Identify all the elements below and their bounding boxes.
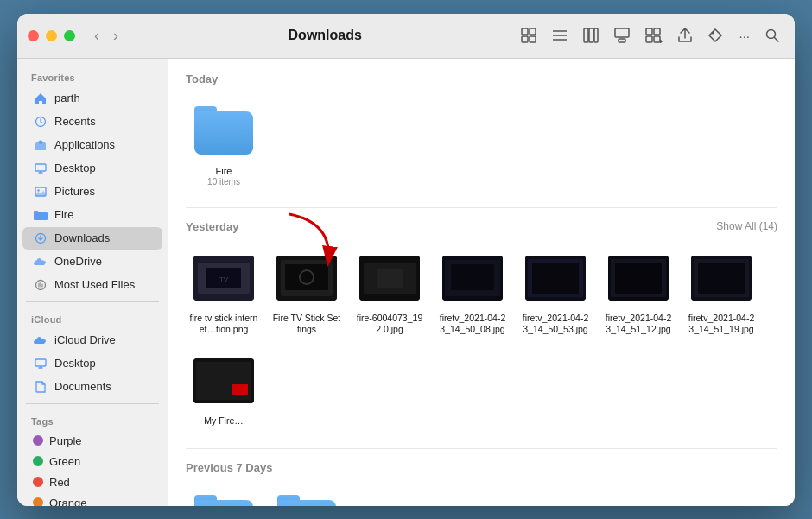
svg-point-21 bbox=[39, 141, 42, 144]
sidebar-label-downloads: Downloads bbox=[54, 231, 110, 244]
file-name-4: firetv_2021-04-2 3_14_50_08.jpg bbox=[438, 313, 507, 336]
show-all-yesterday-button[interactable]: Show All (14) bbox=[716, 220, 777, 232]
amazon-folder-shape bbox=[194, 495, 253, 506]
file-firetv-2021-3[interactable]: firetv_2021-04-2 3_14_51_12.jpg bbox=[600, 244, 676, 339]
amazon-folder-item[interactable]: Amazon 20 items bbox=[186, 484, 262, 506]
screenshots-folder-icon-area bbox=[276, 488, 338, 506]
tag-label-purple: Purple bbox=[49, 434, 82, 447]
nav-buttons: ‹ › bbox=[89, 25, 124, 47]
applications-icon bbox=[33, 137, 48, 153]
svg-rect-46 bbox=[451, 264, 494, 290]
green-tag-dot bbox=[33, 456, 43, 466]
file-my-fire[interactable]: My Fire… bbox=[186, 346, 262, 431]
thumb-area-8 bbox=[193, 350, 255, 412]
forward-button[interactable]: › bbox=[108, 25, 124, 47]
sidebar-item-icloud-desktop[interactable]: Desktop bbox=[22, 352, 162, 375]
file-name-3: fire-6004073_192 0.jpg bbox=[355, 313, 424, 336]
file-firetv-2021-1[interactable]: firetv_2021-04-2 3_14_50_08.jpg bbox=[435, 244, 511, 339]
file-firetv-2021-2[interactable]: firetv_2021-04-2 3_14_50_53.jpg bbox=[517, 244, 593, 339]
downloads-icon bbox=[33, 231, 48, 246]
fire-folder-label: Fire bbox=[216, 165, 232, 177]
prev7-section-header: Previous 7 Days bbox=[186, 461, 777, 474]
thumb-area-2 bbox=[276, 247, 338, 309]
documents-icon bbox=[33, 379, 48, 395]
sidebar-item-most-used[interactable]: Most Used Files bbox=[22, 274, 162, 296]
today-title: Today bbox=[186, 73, 218, 85]
maximize-button[interactable] bbox=[64, 30, 75, 41]
view-columns-button[interactable] bbox=[578, 24, 604, 47]
tag-label-orange: Orange bbox=[49, 497, 86, 506]
content-area: Favorites parth Recents bbox=[17, 59, 795, 506]
file-firetv-2021-4[interactable]: firetv_2021-04-2 3_14_51_19.jpg bbox=[683, 244, 759, 339]
svg-rect-12 bbox=[646, 28, 652, 35]
thumbnail-5 bbox=[525, 256, 586, 301]
thumb-area-7 bbox=[690, 247, 752, 309]
sidebar-item-pictures[interactable]: Pictures bbox=[22, 180, 162, 203]
thumbnail-4 bbox=[442, 256, 503, 301]
file-fire-tv-png[interactable]: TV fire tv stick internet…tion.png bbox=[186, 244, 262, 339]
view-list-button[interactable] bbox=[547, 24, 573, 47]
sidebar-item-icloud-drive[interactable]: iCloud Drive bbox=[22, 329, 162, 351]
svg-rect-55 bbox=[698, 263, 745, 294]
sidebar-item-downloads[interactable]: Downloads bbox=[22, 227, 162, 250]
sidebar-item-fire[interactable]: Fire bbox=[22, 204, 162, 226]
sidebar-item-tag-purple[interactable]: Purple bbox=[22, 431, 162, 451]
svg-rect-10 bbox=[615, 28, 629, 37]
sidebar-item-documents[interactable]: Documents bbox=[22, 376, 162, 398]
thumbnail-7 bbox=[691, 256, 752, 301]
file-name-5: firetv_2021-04-2 3_14_50_53.jpg bbox=[521, 313, 590, 336]
icloud-label: iCloud bbox=[17, 307, 168, 328]
minimize-button[interactable] bbox=[46, 30, 57, 41]
red-tag-dot bbox=[33, 477, 43, 487]
sidebar-label-most-used: Most Used Files bbox=[54, 278, 135, 291]
finder-window: ‹ › Downloads bbox=[17, 14, 795, 506]
sidebar-label-pictures: Pictures bbox=[54, 185, 95, 198]
sidebar-label-icloud-drive: iCloud Drive bbox=[54, 333, 116, 346]
sidebar-item-applications[interactable]: Applications bbox=[22, 134, 162, 156]
sidebar-item-recents[interactable]: Recents bbox=[22, 111, 162, 133]
file-fire-6004073[interactable]: fire-6004073_192 0.jpg bbox=[352, 244, 428, 339]
tag-label-green: Green bbox=[49, 455, 80, 468]
view-icons-button[interactable] bbox=[516, 24, 542, 47]
folder-body-amazon bbox=[194, 500, 253, 506]
section-divider-today bbox=[186, 207, 777, 208]
back-button[interactable]: ‹ bbox=[89, 25, 105, 47]
share-button[interactable] bbox=[673, 24, 697, 47]
titlebar: ‹ › Downloads bbox=[17, 14, 795, 59]
svg-rect-14 bbox=[646, 36, 652, 42]
thumb-area-1: TV bbox=[193, 247, 255, 309]
svg-rect-11 bbox=[619, 39, 625, 42]
close-button[interactable] bbox=[28, 30, 39, 41]
sidebar-item-tag-orange[interactable]: Orange bbox=[22, 493, 162, 506]
fire-folder-item[interactable]: Fire 10 items bbox=[186, 96, 262, 190]
svg-rect-29 bbox=[35, 359, 46, 366]
svg-rect-58 bbox=[232, 384, 248, 395]
screenshots-folder-item[interactable]: Screenshots 17 items bbox=[269, 484, 345, 506]
sidebar-item-desktop[interactable]: Desktop bbox=[22, 157, 162, 180]
thumb-area-4 bbox=[441, 247, 504, 309]
sidebar-item-tag-red[interactable]: Red bbox=[22, 472, 162, 492]
sidebar-divider-1 bbox=[26, 301, 159, 302]
sidebar-item-tag-green[interactable]: Green bbox=[22, 452, 162, 472]
screenshots-folder-shape bbox=[277, 495, 336, 506]
file-fire-tv-settings[interactable]: Fire TV Stick Settings bbox=[269, 244, 345, 339]
orange-tag-dot bbox=[33, 497, 43, 506]
fire-folder-sublabel: 10 items bbox=[207, 177, 240, 187]
group-button[interactable] bbox=[640, 24, 668, 47]
yesterday-section-header: Yesterday Show All (14) bbox=[186, 220, 777, 233]
search-button[interactable] bbox=[760, 25, 784, 46]
sidebar-item-onedrive[interactable]: OneDrive bbox=[22, 250, 162, 273]
view-gallery-button[interactable] bbox=[609, 24, 635, 47]
tag-button[interactable] bbox=[702, 24, 728, 47]
more-button[interactable]: ··· bbox=[733, 25, 755, 47]
traffic-lights bbox=[28, 30, 75, 41]
fire-folder-shape bbox=[194, 106, 253, 155]
svg-rect-52 bbox=[615, 263, 662, 294]
pictures-icon bbox=[33, 184, 48, 199]
folder-body-screenshots bbox=[277, 500, 336, 506]
fire-folder-icon-area bbox=[193, 99, 255, 161]
thumbnail-8 bbox=[193, 358, 254, 403]
sidebar-divider-2 bbox=[26, 403, 159, 404]
home-icon bbox=[33, 91, 48, 106]
sidebar-item-parth[interactable]: parth bbox=[22, 87, 162, 110]
